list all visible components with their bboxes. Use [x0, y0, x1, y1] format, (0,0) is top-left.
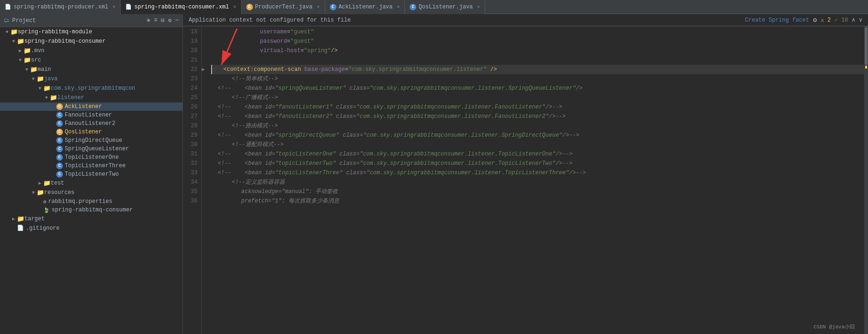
collapse-icon[interactable]: ⊟: [161, 17, 164, 24]
class-icon: C: [56, 137, 63, 144]
tree-item-mvn[interactable]: ▶ 📁 .mvn: [0, 46, 183, 55]
nav-up-icon[interactable]: ∧: [852, 16, 855, 23]
file-icon: ⚙: [43, 199, 46, 205]
tree-item-gitignore[interactable]: ▶ 📄 .gitignore: [0, 224, 183, 233]
check-badge: ✓ 10: [835, 16, 848, 23]
tree-label: TopicListenerTwo: [65, 171, 119, 178]
editor-area: Application context not configured for t…: [183, 14, 868, 334]
tab-close-icon[interactable]: ×: [477, 4, 480, 10]
tree-item-consumer[interactable]: ▼ 📁 spring-rabbitmq-consumer: [0, 37, 183, 46]
class-icon: C: [56, 146, 63, 152]
scrollbar-thumb[interactable]: [865, 27, 868, 65]
xml-icon: 📄: [125, 4, 132, 10]
tab-close-icon[interactable]: ×: [113, 4, 116, 10]
java-class-icon: C: [330, 4, 336, 10]
folder-icon: 📁: [17, 215, 24, 223]
tree-item-acklistener[interactable]: ▶ C AckListener: [0, 102, 183, 111]
tree-item-properties[interactable]: ▶ ⚙ rabbitmq.properties: [0, 197, 183, 206]
tab-producer-xml[interactable]: 📄 spring-rabbitmq-producer.xml ×: [0, 0, 121, 14]
code-line: <!-- <bean id="topicListenerTwo" class="…: [211, 159, 864, 168]
tree-item-com[interactable]: ▼ 📁 com.sky.springrabbitmqcon: [0, 84, 183, 93]
code-line: <!-- <bean id="topicListenerThree" class…: [211, 168, 864, 178]
code-line: <!-- <bean id="springQueueListener" clas…: [211, 84, 864, 93]
align-icon[interactable]: ≡: [154, 17, 157, 24]
tree-item-qoslistener[interactable]: ▶ C QosListener: [0, 128, 183, 136]
code-line: <!--通配符模式-->: [211, 140, 864, 149]
class-icon: C: [56, 120, 63, 127]
tree-item-java[interactable]: ▼ 📁 java: [0, 74, 183, 84]
tree-item-topic3[interactable]: ▶ C TopicListenerThree: [0, 162, 183, 170]
tree-item-test[interactable]: ▶ 📁 test: [0, 179, 183, 188]
tree-arrow: ▼: [10, 39, 17, 44]
tree-arrow: ▼: [17, 58, 23, 63]
tab-qos-listener[interactable]: C QosListener.java ×: [405, 0, 485, 14]
settings-icon[interactable]: ⚙: [813, 16, 817, 24]
sidebar-actions: ⊕ ≡ ⊟ ⚙ —: [147, 17, 179, 24]
tree-label: TopicListenerThree: [65, 163, 126, 169]
code-line-22: <context:component-scan base-package="co…: [211, 65, 864, 74]
hide-icon[interactable]: —: [175, 17, 179, 24]
tab-consumer-xml[interactable]: 📄 spring-rabbitmq-consumer.xml ×: [121, 0, 241, 14]
tree-label: listener: [57, 94, 84, 101]
tree-arrow: ▼: [4, 30, 10, 35]
tree-item-fanout[interactable]: ▶ C FanoutListener: [0, 111, 183, 119]
tree-label: FanoutListener: [65, 112, 112, 118]
code-line: [211, 55, 864, 65]
tree-label: target: [24, 216, 45, 222]
folder-icon: 📁: [37, 75, 44, 83]
gutter-bookmark-icon: ▶: [202, 65, 205, 74]
code-editor[interactable]: username="guest" password="guest" virtua…: [211, 26, 864, 334]
tree-arrow: ▼: [30, 190, 37, 195]
folder-icon: 📁: [43, 179, 51, 187]
add-icon[interactable]: ⊕: [147, 17, 150, 24]
tab-close-icon[interactable]: ×: [233, 4, 236, 10]
tree-label: AckListener: [65, 103, 102, 110]
tab-close-icon[interactable]: ×: [317, 4, 320, 10]
code-line: <!--定义监听器容器: [211, 178, 864, 187]
folder-icon: 📁: [50, 94, 57, 101]
tree-label: main: [38, 66, 51, 73]
tree-item-main[interactable]: ▼ 📁 main: [0, 65, 183, 74]
folder-icon: 📁: [37, 189, 44, 196]
tree-arrow: ▶: [10, 216, 17, 222]
project-icon: 🗂: [4, 17, 9, 24]
tab-ack-listener[interactable]: C AckListener.java ×: [325, 0, 405, 14]
sidebar-header: 🗂 Project ⊕ ≡ ⊟ ⚙ —: [0, 14, 183, 27]
code-line: password="guest": [211, 37, 864, 46]
tab-producer-test[interactable]: C ProducerTest.java ×: [242, 0, 325, 14]
tree-label: SpringDirectQueue: [65, 137, 122, 144]
settings-icon[interactable]: ⚙: [168, 17, 172, 24]
tree-item-springqueue[interactable]: ▶ C SpringQueueListener: [0, 145, 183, 153]
tree-item-module[interactable]: ▼ 📁 spring-rabbitmq-module: [0, 27, 183, 37]
tree-item-target[interactable]: ▶ 📁 target: [0, 214, 183, 224]
tree-item-fanout2[interactable]: ▶ C FanoutListener2: [0, 119, 183, 128]
tab-close-icon[interactable]: ×: [397, 4, 400, 10]
warning-badge: ⚠ 2: [821, 16, 831, 23]
class-icon: C: [56, 129, 63, 135]
spring-facet-link[interactable]: Create Spring facet: [745, 17, 809, 23]
tree-arrow: ▼: [30, 77, 37, 82]
sidebar-title: Project: [12, 17, 36, 24]
tree-item-resources[interactable]: ▼ 📁 resources: [0, 188, 183, 197]
code-line: <!--广播模式-->: [211, 93, 864, 102]
watermark: CSDN @java小囧: [814, 322, 855, 332]
tree-label: .mvn: [31, 47, 45, 54]
tree-item-consumer-xml[interactable]: ▶ 🍃 spring-rabbitmq-consumer: [0, 206, 183, 214]
tree-item-springdirect[interactable]: ▶ C SpringDirectQueue: [0, 136, 183, 145]
code-line: prefetch="1": 每次抓取多少条消息: [211, 196, 864, 206]
notification-right: Create Spring facet ⚙ ⚠ 2 ✓ 10 ∧ ∨: [745, 16, 862, 24]
tree-item-topic2[interactable]: ▶ C TopicListenerTwo: [0, 170, 183, 179]
folder-icon: 📁: [43, 85, 51, 92]
code-line: <!-- <bean id="springDirectQueue" class=…: [211, 131, 864, 140]
code-line: <!--简单模式-->: [211, 74, 864, 84]
editor-content: 18 19 20 21 22 23 24 25 26 27 28 29 30 3…: [183, 26, 868, 334]
java-class-icon: C: [246, 4, 253, 10]
right-scrollbar[interactable]: [864, 26, 868, 334]
nav-down-icon[interactable]: ∨: [859, 16, 862, 23]
tree-item-src[interactable]: ▼ 📁 src: [0, 55, 183, 65]
tree-item-listener[interactable]: ▼ 📁 listener: [0, 93, 183, 102]
notification-bar: Application context not configured for t…: [183, 14, 868, 26]
tree-item-topic1[interactable]: ▶ C TopicListenerOne: [0, 153, 183, 162]
line-numbers: 18 19 20 21 22 23 24 25 26 27 28 29 30 3…: [183, 26, 202, 334]
tree-label: .gitignore: [26, 225, 60, 232]
